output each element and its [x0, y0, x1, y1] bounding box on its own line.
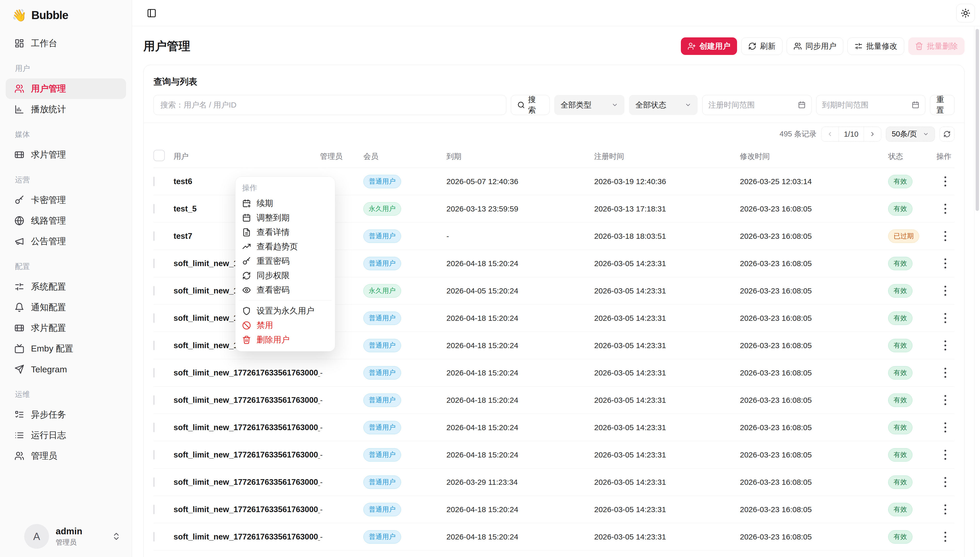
row-checkbox[interactable] — [153, 450, 155, 459]
cell-registered: 2026-03-05 14:23:31 — [594, 423, 740, 432]
menu-item-设置为永久用户[interactable]: 设置为永久用户 — [239, 304, 332, 318]
cell-checkbox-wrap — [153, 451, 174, 459]
row-actions-button[interactable] — [938, 393, 952, 407]
row-actions-button[interactable] — [938, 338, 952, 353]
sidebar-item-运行日志[interactable]: 运行日志 — [6, 425, 126, 446]
sidebar-item-Telegram[interactable]: Telegram — [6, 359, 126, 379]
register-range-input[interactable]: 注册时间范围 — [702, 95, 811, 115]
row-actions-button[interactable] — [938, 256, 952, 271]
prev-page-button[interactable] — [821, 127, 838, 141]
pagination-bar: 495 条记录 1/10 50条/页 — [153, 123, 954, 145]
row-checkbox[interactable] — [153, 204, 155, 213]
menu-item-禁用[interactable]: 禁用 — [239, 318, 332, 333]
status-select[interactable]: 全部状态 — [629, 95, 698, 115]
row-checkbox[interactable] — [153, 395, 155, 405]
action-button-刷新[interactable]: 刷新 — [741, 37, 783, 55]
menu-item-续期[interactable]: 续期 — [239, 196, 332, 211]
action-button-创建用户[interactable]: 创建用户 — [681, 37, 737, 55]
cell-status: 有效 — [888, 476, 927, 489]
row-actions-button[interactable] — [938, 502, 952, 517]
kebab-dot-icon — [944, 239, 946, 241]
type-select[interactable]: 全部类型 — [554, 95, 624, 115]
row-actions-button[interactable] — [938, 366, 952, 380]
eye-icon — [242, 286, 251, 295]
col-registered: 注册时间 — [594, 151, 740, 162]
sidebar-item-卡密管理[interactable]: 卡密管理 — [6, 190, 126, 210]
expire-range-input[interactable]: 到期时间范围 — [816, 95, 925, 115]
row-checkbox[interactable] — [153, 259, 155, 268]
scrollbar-thumb[interactable] — [976, 29, 979, 211]
row-actions-button[interactable] — [938, 202, 952, 216]
cell-member: 普通用户 — [363, 175, 446, 188]
cell-ops — [927, 393, 955, 407]
row-checkbox[interactable] — [153, 477, 155, 487]
avatar: A — [24, 524, 49, 549]
status-badge: 有效 — [888, 257, 912, 270]
sidebar-item-求片配置[interactable]: 求片配置 — [6, 318, 126, 338]
film-icon — [15, 150, 24, 160]
row-checkbox[interactable] — [153, 286, 155, 295]
theme-toggle-button[interactable] — [956, 4, 975, 23]
sidebar-item-异步任务[interactable]: 异步任务 — [6, 404, 126, 425]
row-actions-button[interactable] — [938, 229, 952, 243]
key-icon — [242, 257, 251, 265]
status-badge: 有效 — [888, 503, 912, 516]
menu-item-查看详情[interactable]: 查看详情 — [239, 225, 332, 239]
sidebar-item-用户管理[interactable]: 用户管理 — [6, 78, 126, 99]
menu-item-查看趋势页[interactable]: 查看趋势页 — [239, 239, 332, 254]
menu-item-查看密码[interactable]: 查看密码 — [239, 283, 332, 297]
kebab-dot-icon — [944, 422, 946, 424]
row-checkbox[interactable] — [153, 231, 155, 241]
reset-button[interactable]: 重置 — [930, 95, 954, 115]
sidebar-item-系统配置[interactable]: 系统配置 — [6, 277, 126, 297]
row-actions-button[interactable] — [938, 475, 952, 489]
sidebar-user-menu[interactable]: A admin 管理员 — [8, 521, 125, 551]
row-actions-button[interactable] — [938, 420, 952, 435]
sidebar-item-播放统计[interactable]: 播放统计 — [6, 99, 126, 120]
row-actions-button[interactable] — [938, 174, 952, 189]
sidebar-item-通知配置[interactable]: 通知配置 — [6, 297, 126, 318]
action-button-批量修改[interactable]: 批量修改 — [847, 37, 904, 55]
row-actions-button[interactable] — [938, 448, 952, 462]
col-ops: 操作 — [927, 151, 955, 162]
row-checkbox[interactable] — [153, 368, 155, 378]
page-size-select[interactable]: 50条/页 — [886, 127, 935, 142]
row-checkbox[interactable] — [153, 423, 155, 432]
cell-modified: 2026-03-23 16:08:05 — [740, 505, 888, 514]
row-actions-button[interactable] — [938, 530, 952, 544]
sidebar-item-求片管理[interactable]: 求片管理 — [6, 144, 126, 165]
row-checkbox[interactable] — [153, 340, 155, 350]
sidebar-toggle-button[interactable] — [143, 5, 160, 21]
kebab-dot-icon — [944, 427, 946, 428]
row-actions-button[interactable] — [938, 311, 952, 326]
row-actions-button[interactable] — [938, 283, 952, 298]
menu-item-调整到期[interactable]: 调整到期 — [239, 211, 332, 225]
sidebar-item-label: 播放统计 — [31, 103, 66, 115]
sidebar-item-管理员[interactable]: 管理员 — [6, 446, 126, 466]
kebab-dot-icon — [944, 286, 946, 288]
menu-item-删除用户[interactable]: 删除用户 — [239, 333, 332, 347]
refresh-table-button[interactable] — [939, 127, 954, 142]
scrollbar-track — [974, 26, 974, 557]
search-button[interactable]: 搜索 — [511, 95, 550, 115]
kebab-dot-icon — [944, 349, 946, 350]
menu-item-重置密码[interactable]: 重置密码 — [239, 254, 332, 269]
action-button-label: 同步用户 — [806, 41, 836, 52]
sidebar-item-公告管理[interactable]: 公告管理 — [6, 231, 126, 252]
cell-expire: 2026-04-18 15:20:24 — [446, 396, 594, 405]
sidebar-item-Emby 配置[interactable]: Emby 配置 — [6, 338, 126, 359]
cell-expire: 2026-04-18 15:20:24 — [446, 451, 594, 459]
action-button-批量删除[interactable]: 批量删除 — [908, 37, 965, 55]
row-checkbox[interactable] — [153, 313, 155, 323]
row-checkbox[interactable] — [153, 505, 155, 514]
search-input[interactable] — [153, 95, 506, 115]
row-checkbox[interactable] — [153, 177, 155, 186]
sidebar-item-线路管理[interactable]: 线路管理 — [6, 210, 126, 231]
action-button-同步用户[interactable]: 同步用户 — [786, 37, 843, 55]
page-actions: 创建用户刷新同步用户批量修改批量删除 — [681, 37, 965, 55]
menu-item-同步权限[interactable]: 同步权限 — [239, 269, 332, 283]
row-checkbox[interactable] — [153, 532, 155, 542]
select-all-checkbox[interactable] — [153, 150, 165, 161]
next-page-button[interactable] — [864, 127, 881, 141]
sidebar-item-工作台[interactable]: 工作台 — [6, 33, 126, 54]
